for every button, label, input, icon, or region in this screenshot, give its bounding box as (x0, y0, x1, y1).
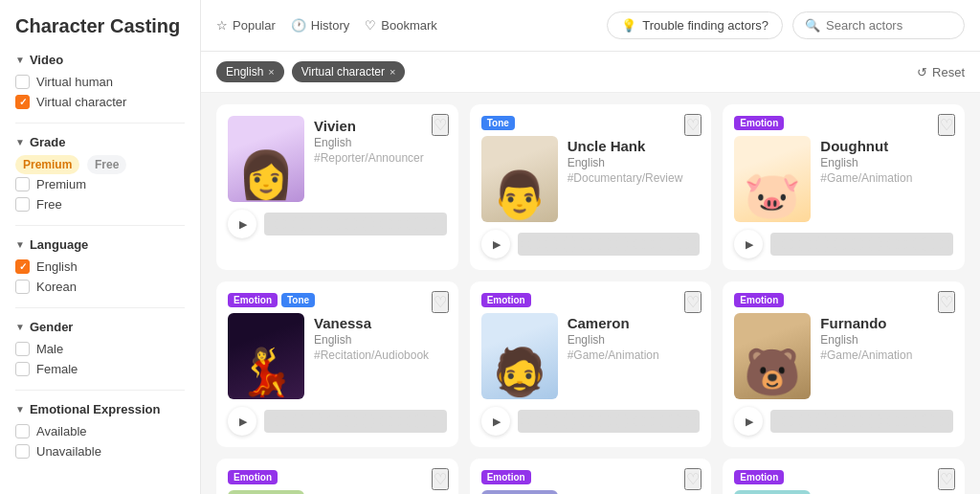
filter-option-free[interactable]: Free (15, 197, 185, 212)
play-button-cameron[interactable] (481, 407, 510, 436)
remove-virtual-character-tag[interactable]: × (390, 66, 395, 78)
card-header-keybo: 👺 Keybo English #Game/Animation (228, 490, 447, 494)
reset-button[interactable]: ↺ Reset (917, 65, 965, 79)
play-button-uncle-hank[interactable] (481, 230, 510, 258)
character-genre-doughnut: #Game/Animation (820, 171, 953, 185)
waveform-bars-cameron (518, 410, 701, 433)
card-header-vanessa: 💃 Vanessa English #Recitation/Audiobook (228, 313, 447, 399)
card-info-uncle-hank: Uncle Hank English #Documentary/Review (568, 136, 701, 222)
filter-option-premium[interactable]: Premium (15, 177, 185, 191)
filter-section-video: ▼ Video Virtual human Virtual character (15, 53, 185, 109)
checkbox-available[interactable] (15, 424, 30, 438)
play-button-vanessa[interactable] (228, 407, 256, 436)
character-card-kevin[interactable]: Emotion 🤠 Kevin English #Game/Animation … (723, 459, 965, 494)
checkbox-virtual-human[interactable] (15, 75, 30, 89)
filter-option-male[interactable]: Male (15, 342, 185, 356)
waveform-uncle-hank (518, 233, 701, 256)
card-content-furnando: Emotion 🐻 Furnando English #Game/Animati… (723, 281, 965, 447)
trouble-icon: 💡 (621, 18, 636, 33)
character-card-sindarin[interactable]: Emotion 🧙 Sindarin English #Game/Animati… (470, 459, 712, 494)
heart-button-vanessa[interactable]: ♡ (432, 291, 449, 313)
search-icon: 🔍 (805, 18, 820, 33)
filter-option-virtual-human[interactable]: Virtual human (15, 75, 185, 89)
character-card-doughnut[interactable]: Emotion 🐷 Doughnut English #Game/Animati… (723, 104, 965, 270)
heart-button-cameron[interactable]: ♡ (684, 291, 702, 313)
checkbox-premium[interactable] (15, 177, 30, 191)
filter-tag-virtual-character[interactable]: Virtual character × (292, 61, 406, 82)
filter-option-english[interactable]: English (15, 259, 185, 274)
character-genre-vanessa: #Recitation/Audiobook (314, 348, 447, 362)
waveform-vivien (264, 213, 447, 236)
heart-button-uncle-hank[interactable]: ♡ (684, 114, 702, 136)
character-image-keybo: 👺 (228, 490, 304, 494)
character-card-furnando[interactable]: Emotion 🐻 Furnando English #Game/Animati… (723, 281, 965, 447)
character-card-cameron[interactable]: Emotion 🧔 Cameron English #Game/Animatio… (470, 281, 712, 447)
filter-tag-english-label: English (226, 65, 263, 79)
card-info-furnando: Furnando English #Game/Animation (820, 313, 953, 399)
checkbox-free[interactable] (15, 197, 30, 212)
nav-popular-label: Popular (233, 18, 276, 33)
filter-header-language[interactable]: ▼ Language (15, 237, 185, 252)
waveform-furnando (770, 410, 953, 433)
character-language-vivien: English (314, 136, 447, 149)
checkbox-virtual-character[interactable] (15, 95, 30, 109)
filter-option-korean[interactable]: Korean (15, 280, 185, 294)
badge-tone-vanessa: Tone (281, 293, 315, 307)
nav-bookmark[interactable]: ♡ Bookmark (365, 18, 437, 33)
character-genre-uncle-hank: #Documentary/Review (568, 171, 701, 185)
character-card-keybo[interactable]: Emotion 👺 Keybo English #Game/Animation … (216, 459, 458, 494)
search-box[interactable]: 🔍 (792, 11, 965, 39)
filter-option-virtual-character[interactable]: Virtual character (15, 95, 185, 109)
badge-emotion-kevin: Emotion (734, 470, 784, 484)
divider-4 (15, 390, 185, 391)
character-genre-furnando: #Game/Animation (820, 348, 953, 362)
character-card-vivien[interactable]: 👩 Vivien English #Reporter/Announcer ♡ (216, 104, 458, 270)
badge-row-uncle-hank: Tone (481, 116, 701, 130)
checkbox-unavailable[interactable] (15, 444, 30, 459)
play-button-vivien[interactable] (228, 210, 256, 238)
play-row-cameron (481, 407, 701, 436)
character-card-vanessa[interactable]: EmotionTone 💃 Vanessa English #Recitatio… (216, 281, 458, 447)
filter-header-grade[interactable]: ▼ Grade (15, 135, 185, 149)
filter-section-grade: ▼ Grade Premium Free Premium Free (15, 135, 185, 212)
filter-tag-english[interactable]: English × (216, 61, 284, 82)
filter-section-language: ▼ Language English Korean (15, 237, 185, 294)
filter-header-video[interactable]: ▼ Video (15, 53, 185, 67)
filter-option-female[interactable]: Female (15, 362, 185, 376)
card-content-keybo: Emotion 👺 Keybo English #Game/Animation (216, 459, 458, 494)
badge-row-vanessa: EmotionTone (228, 293, 447, 307)
nav-history-label: History (311, 18, 349, 33)
filter-option-available[interactable]: Available (15, 424, 185, 438)
filter-header-emotional-expression[interactable]: ▼ Emotional Expression (15, 402, 185, 416)
heart-button-doughnut[interactable]: ♡ (938, 114, 955, 136)
grade-free-label: Free (87, 155, 126, 174)
checkbox-english[interactable] (15, 259, 30, 274)
nav-popular[interactable]: ☆ Popular (216, 18, 276, 33)
heart-button-kevin[interactable]: ♡ (938, 468, 955, 490)
checkbox-male[interactable] (15, 342, 30, 356)
heart-button-vivien[interactable]: ♡ (432, 114, 449, 136)
nav-history[interactable]: 🕐 History (291, 18, 349, 33)
trouble-finding-button[interactable]: 💡 Trouble finding actors? (607, 11, 783, 39)
card-header-vivien: 👩 Vivien English #Reporter/Announcer (228, 116, 447, 202)
remove-english-tag[interactable]: × (268, 66, 274, 78)
character-card-uncle-hank[interactable]: Tone 👨 Uncle Hank English #Documentary/R… (470, 104, 712, 270)
character-emoji-uncle-hank: 👨 (491, 172, 548, 218)
heart-button-furnando[interactable]: ♡ (938, 291, 955, 313)
card-header-doughnut: 🐷 Doughnut English #Game/Animation (734, 136, 953, 222)
play-button-doughnut[interactable] (734, 230, 763, 258)
play-row-vivien (228, 210, 447, 238)
checkbox-female[interactable] (15, 362, 30, 376)
play-button-furnando[interactable] (734, 407, 763, 436)
filter-label-video: Video (30, 53, 63, 67)
heart-button-sindarin[interactable]: ♡ (684, 468, 702, 490)
filter-section-gender: ▼ Gender Male Female (15, 320, 185, 376)
checkbox-korean[interactable] (15, 280, 30, 294)
label-unavailable: Unavailable (36, 444, 101, 459)
character-language-cameron: English (568, 333, 701, 347)
heart-button-keybo[interactable]: ♡ (432, 468, 449, 490)
filter-header-gender[interactable]: ▼ Gender (15, 320, 185, 334)
search-input[interactable] (826, 18, 952, 33)
filter-option-unavailable[interactable]: Unavailable (15, 444, 185, 459)
character-genre-vivien: #Reporter/Announcer (314, 151, 447, 165)
